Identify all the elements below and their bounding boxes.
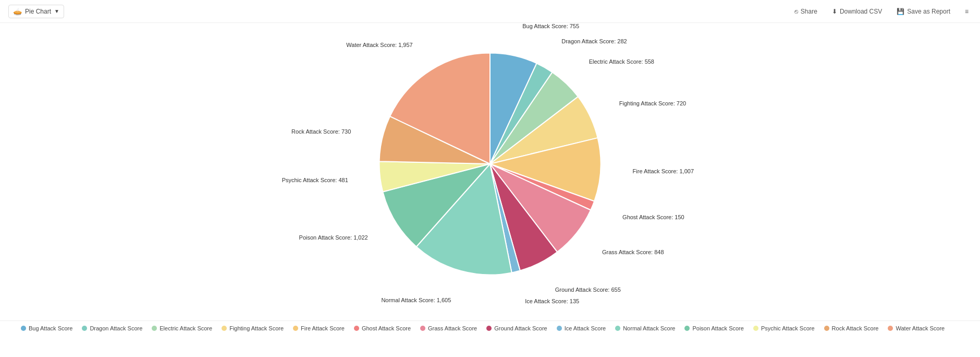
legend-dot [82, 326, 87, 331]
top-bar: 🥧 Pie Chart ▼ ⎋ Share ⬇ Download CSV 💾 S… [0, 0, 980, 23]
legend-label: Ice Attack Score [565, 325, 606, 331]
legend-dot [354, 326, 359, 331]
legend-item-dragon-attack-score: Dragon Attack Score [82, 325, 142, 331]
legend-dot [824, 326, 829, 331]
chart-label-water-attack-score: Water Attack Score: 1,957 [346, 42, 412, 48]
legend-item-normal-attack-score: Normal Attack Score [615, 325, 675, 331]
chart-label-psychic-attack-score: Psychic Attack Score: 481 [282, 177, 348, 183]
chevron-down-icon: ▼ [54, 8, 59, 14]
legend-item-fighting-attack-score: Fighting Attack Score [222, 325, 284, 331]
legend-item-psychic-attack-score: Psychic Attack Score [753, 325, 815, 331]
legend-label: Water Attack Score [896, 325, 945, 331]
legend-label: Poison Attack Score [692, 325, 743, 331]
chart-type-selector[interactable]: 🥧 Pie Chart ▼ [8, 5, 64, 18]
hamburger-button[interactable]: ≡ [962, 6, 972, 17]
legend-dot [557, 326, 562, 331]
legend-item-poison-attack-score: Poison Attack Score [684, 325, 743, 331]
share-button[interactable]: ⎋ Share [791, 6, 820, 17]
legend-dot [420, 326, 425, 331]
chart-label-dragon-attack-score: Dragon Attack Score: 282 [561, 38, 627, 44]
legend-label: Rock Attack Score [832, 325, 879, 331]
legend-dot [152, 326, 157, 331]
legend-item-rock-attack-score: Rock Attack Score [824, 325, 879, 331]
legend-label: Grass Attack Score [428, 325, 477, 331]
download-icon: ⬇ [832, 8, 837, 15]
legend-dot [684, 326, 690, 331]
chart-type-label: Pie Chart [25, 8, 51, 15]
legend-label: Bug Attack Score [29, 325, 72, 331]
legend-label: Electric Attack Score [160, 325, 212, 331]
legend-dot [486, 326, 492, 331]
legend-item-grass-attack-score: Grass Attack Score [420, 325, 477, 331]
save-icon: 💾 [897, 8, 904, 15]
chart-label-fighting-attack-score: Fighting Attack Score: 720 [619, 100, 686, 106]
legend-item-bug-attack-score: Bug Attack Score [21, 325, 72, 331]
chart-label-fire-attack-score: Fire Attack Score: 1,007 [633, 168, 694, 174]
top-actions: ⎋ Share ⬇ Download CSV 💾 Save as Report … [791, 6, 972, 17]
legend-item-ghost-attack-score: Ghost Attack Score [354, 325, 411, 331]
legend-label: Ghost Attack Score [362, 325, 411, 331]
legend-item-ground-attack-score: Ground Attack Score [486, 325, 547, 331]
chart-label-electric-attack-score: Electric Attack Score: 558 [589, 58, 654, 65]
legend-dot [293, 326, 298, 331]
legend-dot [21, 326, 26, 331]
chart-label-normal-attack-score: Normal Attack Score: 1,605 [381, 297, 451, 303]
legend-label: Psychic Attack Score [761, 325, 815, 331]
chart-label-rock-attack-score: Rock Attack Score: 730 [291, 128, 351, 135]
legend-item-electric-attack-score: Electric Attack Score [152, 325, 212, 331]
legend-dot [753, 326, 758, 331]
legend-item-ice-attack-score: Ice Attack Score [557, 325, 606, 331]
legend-label: Fighting Attack Score [229, 325, 284, 331]
legend-label: Normal Attack Score [623, 325, 675, 331]
chart-label-poison-attack-score: Poison Attack Score: 1,022 [299, 234, 368, 241]
chart-label-ghost-attack-score: Ghost Attack Score: 150 [622, 214, 684, 220]
legend-item-water-attack-score: Water Attack Score [888, 325, 945, 331]
legend-label: Fire Attack Score [301, 325, 345, 331]
chart-label-grass-attack-score: Grass Attack Score: 848 [602, 249, 664, 255]
share-icon: ⎋ [794, 8, 798, 15]
legend-dot [222, 326, 227, 331]
legend-dot [888, 326, 893, 331]
chart-area: Bug Attack Score: 755Dragon Attack Score… [0, 23, 980, 338]
chart-label-ice-attack-score: Ice Attack Score: 135 [525, 298, 579, 304]
legend-row: Bug Attack ScoreDragon Attack ScoreElect… [0, 320, 980, 338]
save-report-button[interactable]: 💾 Save as Report [893, 6, 953, 17]
legend-label: Ground Attack Score [494, 325, 547, 331]
chart-label-ground-attack-score: Ground Attack Score: 655 [555, 287, 621, 293]
legend-dot [615, 326, 620, 331]
pie-chart [360, 33, 620, 294]
chart-label-bug-attack-score: Bug Attack Score: 755 [522, 23, 579, 29]
pie-chart-icon: 🥧 [13, 7, 22, 16]
download-button[interactable]: ⬇ Download CSV [829, 6, 885, 17]
legend-label: Dragon Attack Score [90, 325, 142, 331]
pie-container: Bug Attack Score: 755Dragon Attack Score… [0, 28, 980, 320]
legend-item-fire-attack-score: Fire Attack Score [293, 325, 345, 331]
